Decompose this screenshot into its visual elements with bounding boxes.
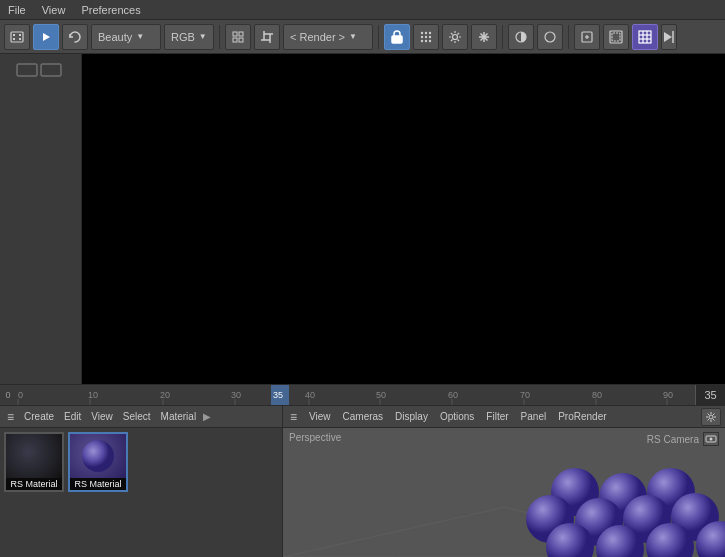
bottom-right-menu: ≡ View Cameras Display Options Filter Pa… bbox=[283, 406, 725, 428]
render-viewport bbox=[82, 54, 725, 384]
br-menu-icon[interactable]: ≡ bbox=[287, 410, 300, 424]
svg-line-31 bbox=[458, 33, 460, 35]
svg-point-16 bbox=[425, 31, 427, 33]
br-display-menu[interactable]: Display bbox=[392, 411, 431, 422]
bottom-menu-icon[interactable]: ≡ bbox=[4, 410, 17, 424]
svg-text:90: 90 bbox=[663, 390, 673, 400]
preferences-menu[interactable]: Preferences bbox=[77, 4, 144, 16]
svg-marker-50 bbox=[664, 32, 672, 42]
grid-overlay-btn[interactable] bbox=[632, 24, 658, 50]
svg-rect-1 bbox=[13, 34, 15, 36]
view-menu-bottom[interactable]: View bbox=[88, 411, 116, 422]
submenu-arrow[interactable]: ▶ bbox=[203, 411, 211, 422]
beauty-label: Beauty bbox=[98, 31, 132, 43]
svg-point-17 bbox=[429, 31, 431, 33]
svg-point-21 bbox=[421, 39, 423, 41]
svg-text:30: 30 bbox=[231, 390, 241, 400]
circle-dropdown-btn[interactable] bbox=[537, 24, 563, 50]
br-cameras-menu[interactable]: Cameras bbox=[340, 411, 387, 422]
svg-point-20 bbox=[429, 35, 431, 37]
asterisk-btn[interactable] bbox=[471, 24, 497, 50]
sidebar-icon-1[interactable] bbox=[11, 58, 71, 82]
svg-text:40: 40 bbox=[305, 390, 315, 400]
chevron-down-icon: ▼ bbox=[136, 32, 144, 41]
main-area bbox=[0, 54, 725, 384]
separator-4 bbox=[568, 25, 569, 49]
view-menu[interactable]: View bbox=[38, 4, 70, 16]
select-menu[interactable]: Select bbox=[120, 411, 154, 422]
file-menu[interactable]: File bbox=[4, 4, 30, 16]
svg-rect-7 bbox=[239, 32, 243, 36]
material-preview-2 bbox=[70, 434, 126, 478]
last-btn[interactable] bbox=[661, 24, 677, 50]
rgb-dropdown[interactable]: RGB ▼ bbox=[164, 24, 214, 50]
br-options-menu[interactable]: Options bbox=[437, 411, 477, 422]
svg-text:50: 50 bbox=[376, 390, 386, 400]
frame-number: 35 bbox=[704, 389, 716, 401]
br-view-menu[interactable]: View bbox=[306, 411, 334, 422]
render-dropdown[interactable]: < Render > ▼ bbox=[283, 24, 373, 50]
rgb-label: RGB bbox=[171, 31, 195, 43]
render-label: < Render > bbox=[290, 31, 345, 43]
svg-text:60: 60 bbox=[448, 390, 458, 400]
balls-3d bbox=[425, 437, 725, 557]
timeline-frame-counter[interactable]: 35 bbox=[695, 385, 725, 405]
material-item-1[interactable]: RS Material bbox=[4, 432, 64, 492]
half-circle-btn[interactable] bbox=[508, 24, 534, 50]
material-label-2: RS Material bbox=[70, 478, 126, 490]
svg-rect-9 bbox=[239, 38, 243, 42]
refresh-btn[interactable] bbox=[62, 24, 88, 50]
edit-menu[interactable]: Edit bbox=[61, 411, 84, 422]
separator-1 bbox=[219, 25, 220, 49]
crop-btn[interactable] bbox=[254, 24, 280, 50]
svg-text:10: 10 bbox=[88, 390, 98, 400]
sun-btn[interactable] bbox=[442, 24, 468, 50]
svg-rect-14 bbox=[392, 36, 402, 43]
svg-text:0: 0 bbox=[18, 390, 23, 400]
svg-point-38 bbox=[545, 32, 555, 42]
br-settings-btn[interactable] bbox=[701, 408, 721, 426]
beauty-dropdown[interactable]: Beauty ▼ bbox=[91, 24, 161, 50]
chevron-down-icon2: ▼ bbox=[199, 32, 207, 41]
br-prorender-menu[interactable]: ProRender bbox=[555, 411, 609, 422]
frame-btn[interactable] bbox=[603, 24, 629, 50]
material-thumbnails: RS Material RS Mat bbox=[0, 428, 282, 557]
br-filter-menu[interactable]: Filter bbox=[483, 411, 511, 422]
separator-3 bbox=[502, 25, 503, 49]
svg-point-18 bbox=[421, 35, 423, 37]
svg-text:20: 20 bbox=[160, 390, 170, 400]
br-settings-area bbox=[701, 408, 721, 426]
toolbar: Beauty ▼ RGB ▼ < Render > ▼ bbox=[0, 20, 725, 54]
timeline-ruler[interactable]: 0 10 20 30 35 40 50 60 70 80 90 bbox=[16, 385, 695, 405]
left-sidebar bbox=[0, 54, 82, 384]
timeline-start: 0 bbox=[0, 390, 16, 400]
material-item-2[interactable]: RS Material bbox=[68, 432, 128, 492]
grid-btn[interactable] bbox=[225, 24, 251, 50]
svg-point-19 bbox=[425, 35, 427, 37]
zoom-btn[interactable] bbox=[574, 24, 600, 50]
material-manager: ≡ Create Edit View Select Material ▶ RS … bbox=[0, 406, 283, 557]
dots-btn[interactable] bbox=[413, 24, 439, 50]
svg-point-24 bbox=[453, 34, 458, 39]
create-menu[interactable]: Create bbox=[21, 411, 57, 422]
svg-rect-4 bbox=[19, 38, 21, 40]
svg-rect-3 bbox=[13, 38, 15, 40]
menu-bar: File View Preferences bbox=[0, 0, 725, 20]
svg-rect-52 bbox=[41, 64, 61, 76]
svg-line-32 bbox=[451, 39, 453, 41]
film-icon-btn[interactable] bbox=[4, 24, 30, 50]
svg-point-23 bbox=[429, 39, 431, 41]
svg-rect-6 bbox=[233, 32, 237, 36]
svg-point-15 bbox=[421, 31, 423, 33]
play-btn[interactable] bbox=[33, 24, 59, 50]
perspective-viewport[interactable]: Perspective RS Camera bbox=[283, 428, 725, 557]
material-menu[interactable]: Material bbox=[158, 411, 200, 422]
material-preview-1 bbox=[6, 434, 62, 478]
separator-2 bbox=[378, 25, 379, 49]
svg-point-76 bbox=[709, 415, 713, 419]
lock-btn[interactable] bbox=[384, 24, 410, 50]
material-label-1: RS Material bbox=[6, 478, 62, 490]
svg-text:35: 35 bbox=[273, 390, 283, 400]
br-panel-menu[interactable]: Panel bbox=[518, 411, 550, 422]
svg-line-30 bbox=[458, 39, 460, 41]
